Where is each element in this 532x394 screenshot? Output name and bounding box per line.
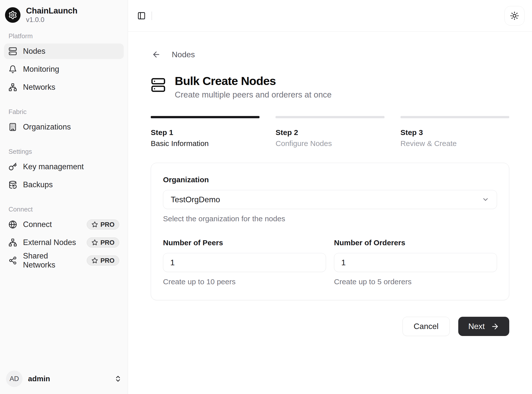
- sidebar-item-label: Shared Networks: [23, 252, 81, 270]
- organization-label: Organization: [163, 176, 497, 184]
- cancel-button[interactable]: Cancel: [402, 317, 450, 336]
- step-1-bar: [151, 116, 260, 118]
- app-brand[interactable]: ChainLaunch v1.0.0: [4, 5, 124, 25]
- pro-badge: PRO: [87, 238, 119, 248]
- step-3: Step 3 Review & Create: [400, 116, 509, 148]
- server-icon: [8, 47, 17, 56]
- app-version: v1.0.0: [26, 16, 78, 24]
- user-name: admin: [28, 374, 109, 383]
- bell-icon: [8, 65, 17, 74]
- key-icon: [8, 162, 17, 171]
- breadcrumb: Nodes: [151, 49, 509, 60]
- section-label-connect: Connect: [4, 206, 124, 213]
- peers-field: Number of Peers Create up to 10 peers: [163, 238, 326, 286]
- sidebar-item-external-nodes[interactable]: External Nodes PRO: [4, 235, 124, 250]
- sidebar-toggle-button[interactable]: [136, 10, 148, 22]
- sun-icon: [510, 11, 519, 20]
- step-3-label: Review & Create: [400, 139, 509, 148]
- step-2-label: Configure Nodes: [276, 139, 384, 148]
- section-label-platform: Platform: [4, 32, 124, 40]
- sidebar-item-label: Monitoring: [23, 65, 119, 74]
- step-2-bar: [276, 116, 384, 118]
- sidebar-item-backups[interactable]: Backups: [4, 177, 124, 192]
- chevron-down-icon: [482, 196, 489, 203]
- organization-helper: Select the organization for the nodes: [163, 214, 497, 223]
- sidebar-item-monitoring[interactable]: Monitoring: [4, 62, 124, 77]
- step-3-bar: [400, 116, 509, 118]
- main-area: Nodes Bulk Create Nodes Create multiple …: [128, 0, 532, 394]
- step-1-name: Step 1: [151, 128, 260, 137]
- sidebar-item-label: Key management: [23, 162, 119, 171]
- sidebar-item-label: Nodes: [23, 47, 119, 56]
- orderers-helper: Create up to 5 orderers: [334, 278, 497, 286]
- page-title: Bulk Create Nodes: [175, 74, 332, 88]
- page-subtitle: Create multiple peers and orderers at on…: [175, 90, 332, 100]
- peers-helper: Create up to 10 peers: [163, 278, 326, 286]
- arrow-left-icon: [152, 50, 161, 59]
- arrow-right-icon: [491, 322, 499, 331]
- pro-badge: PRO: [87, 256, 119, 266]
- sidebar-item-label: External Nodes: [23, 238, 81, 247]
- panel-left-icon: [137, 12, 146, 20]
- peers-input[interactable]: [163, 253, 326, 272]
- sidebar-item-nodes[interactable]: Nodes: [4, 44, 124, 59]
- peers-label: Number of Peers: [163, 238, 326, 247]
- pro-badge: PRO: [87, 220, 119, 230]
- step-progress: Step 1 Basic Information Step 2 Configur…: [151, 116, 509, 148]
- database-backup-icon: [8, 180, 17, 189]
- step-2: Step 2 Configure Nodes: [276, 116, 384, 148]
- step-1-label: Basic Information: [151, 139, 260, 148]
- chevrons-up-down-icon: [114, 375, 122, 382]
- sidebar-item-label: Organizations: [23, 122, 119, 132]
- page-content: Nodes Bulk Create Nodes Create multiple …: [128, 32, 532, 394]
- globe-icon: [8, 220, 17, 229]
- sidebar-item-label: Networks: [23, 83, 119, 92]
- next-button[interactable]: Next: [458, 317, 509, 336]
- page-header: Bulk Create Nodes Create multiple peers …: [151, 74, 509, 100]
- back-button[interactable]: [151, 49, 162, 60]
- user-menu[interactable]: AD admin: [4, 368, 124, 390]
- organization-field: Organization TestOrgDemo Select the orga…: [163, 176, 497, 223]
- network-icon: [8, 83, 17, 92]
- topbar-divider: [152, 12, 152, 20]
- organization-select[interactable]: TestOrgDemo: [163, 190, 497, 209]
- building-icon: [8, 123, 17, 131]
- sidebar-item-label: Connect: [23, 220, 81, 229]
- sidebar-nav: Platform Nodes Monitoring Networks: [4, 32, 124, 268]
- organization-select-value: TestOrgDemo: [171, 195, 220, 204]
- breadcrumb-link-nodes[interactable]: Nodes: [172, 50, 195, 59]
- orderers-field: Number of Orderers Create up to 5 ordere…: [334, 238, 497, 286]
- orderers-label: Number of Orderers: [334, 238, 497, 247]
- app-name: ChainLaunch: [26, 6, 78, 16]
- step-1: Step 1 Basic Information: [151, 116, 260, 148]
- step-2-name: Step 2: [276, 128, 384, 137]
- section-label-settings: Settings: [4, 148, 124, 156]
- star-icon: [92, 257, 98, 264]
- section-label-fabric: Fabric: [4, 108, 124, 116]
- step-3-name: Step 3: [400, 128, 509, 137]
- orderers-input[interactable]: [334, 253, 497, 272]
- network-icon: [8, 238, 17, 247]
- share-icon: [8, 256, 17, 265]
- sidebar-item-connect[interactable]: Connect PRO: [4, 217, 124, 232]
- sidebar-item-key-management[interactable]: Key management: [4, 159, 124, 174]
- basic-information-card: Organization TestOrgDemo Select the orga…: [151, 163, 509, 300]
- sidebar-item-label: Backups: [23, 180, 119, 189]
- star-icon: [92, 239, 98, 246]
- sidebar-item-shared-networks[interactable]: Shared Networks PRO: [4, 253, 124, 268]
- sidebar-item-networks[interactable]: Networks: [4, 80, 124, 95]
- theme-toggle-button[interactable]: [504, 6, 524, 26]
- avatar: AD: [6, 370, 22, 387]
- sidebar-item-organizations[interactable]: Organizations: [4, 119, 124, 135]
- topbar: [128, 0, 532, 32]
- app-logo-icon: [5, 7, 20, 23]
- star-icon: [92, 221, 98, 228]
- wizard-actions: Cancel Next: [151, 317, 509, 336]
- sidebar: ChainLaunch v1.0.0 Platform Nodes Monito…: [0, 0, 128, 394]
- server-icon: [151, 78, 166, 92]
